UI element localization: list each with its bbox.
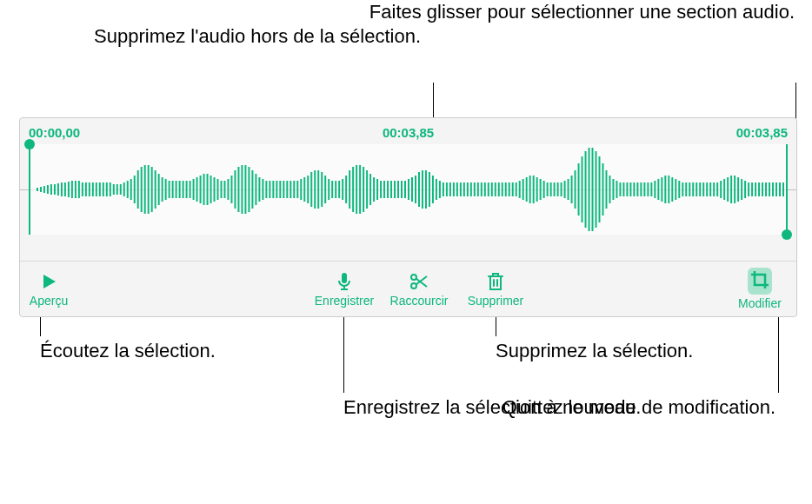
scissors-icon: [409, 271, 429, 292]
waveform: [29, 144, 788, 235]
audio-editor-panel: 00:00,00 00:03,85 00:03,85: [19, 117, 797, 317]
callout-drag-select: Faites glisser pour sélectionner une sec…: [369, 0, 795, 25]
handle-dot-icon: [782, 229, 792, 240]
button-label: Raccourcir: [390, 294, 449, 308]
callout-delete-selection: Supprimez la sélection.: [496, 339, 693, 364]
callout-text: Faites glisser pour sélectionner une sec…: [369, 1, 795, 23]
callout-line: [40, 317, 41, 336]
selection-handle-right[interactable]: [786, 144, 788, 235]
button-label: Modifier: [738, 296, 782, 310]
svg-rect-218: [342, 273, 347, 283]
callout-exit-edit: Quittez le mode de modification.: [503, 395, 775, 421]
callout-text: Quittez le mode de modification.: [503, 396, 775, 418]
handle-dot-icon: [24, 139, 35, 149]
callout-text: Supprimez l'audio hors de la sélection.: [94, 25, 421, 47]
trash-icon: [485, 271, 506, 292]
timestamp-start: 00:00,00: [29, 125, 80, 140]
edit-mode-button[interactable]: Modifier: [725, 268, 795, 310]
selection-handle-left[interactable]: [29, 144, 30, 235]
callout-line: [343, 317, 344, 393]
callout-listen: Écoutez la sélection.: [40, 339, 216, 364]
timestamp-playhead: 00:03,85: [383, 125, 434, 140]
delete-button[interactable]: Supprimer: [456, 271, 535, 308]
callout-remove-outside: Supprimez l'audio hors de la sélection.: [94, 24, 421, 50]
timestamps-row: 00:00,00 00:03,85 00:03,85: [20, 125, 796, 143]
preview-button[interactable]: Aperçu: [18, 271, 79, 308]
play-icon: [38, 271, 59, 292]
crop-icon: [749, 269, 770, 290]
waveform-area[interactable]: [29, 144, 788, 235]
button-label: Supprimer: [468, 294, 524, 308]
callout-text: Supprimez la sélection.: [496, 340, 693, 361]
callout-line: [778, 317, 779, 393]
button-label: Aperçu: [30, 294, 68, 308]
editor-toolbar: Aperçu Enregistrer Raccourcir: [20, 261, 796, 316]
callout-text: Écoutez la sélection.: [40, 340, 216, 361]
record-button[interactable]: Enregistrer: [305, 271, 383, 308]
button-label: Enregistrer: [315, 294, 374, 308]
timestamp-end: 00:03,85: [736, 125, 788, 140]
trim-button[interactable]: Raccourcir: [380, 271, 458, 308]
microphone-icon: [334, 271, 355, 292]
callout-line: [496, 317, 496, 336]
